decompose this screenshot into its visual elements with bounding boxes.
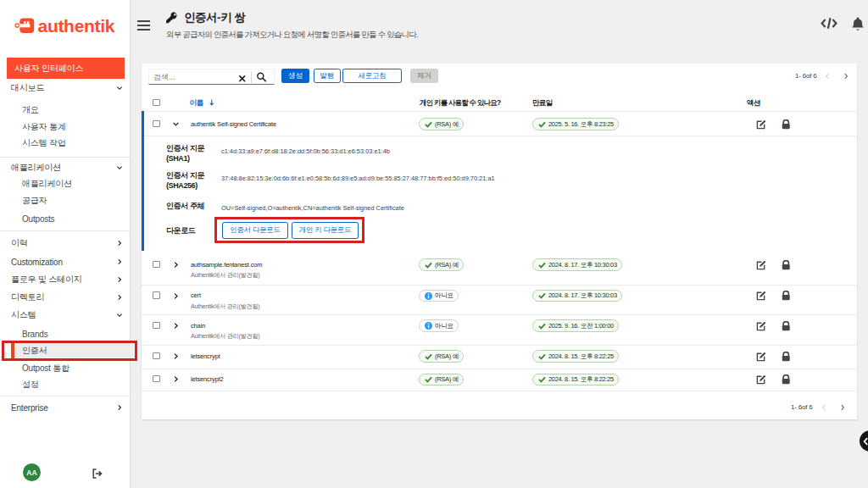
sidebar-item-outpost-integrations[interactable]: Outpost 통합: [0, 360, 131, 377]
row-checkbox[interactable]: [153, 322, 160, 330]
certificate-name: authentik Self-signed Certificate: [191, 120, 276, 128]
download-label: 다운로드: [166, 226, 195, 236]
edit-icon[interactable]: [756, 374, 766, 385]
row-separator: [142, 136, 857, 136]
drawer-toggle-button[interactable]: [860, 430, 868, 452]
expand-row-icon[interactable]: [172, 375, 180, 383]
sha1-label: 인증서 지문(SHA1): [166, 144, 204, 164]
lock-icon[interactable]: [782, 374, 791, 385]
sidebar-item-outposts[interactable]: Outposts: [0, 210, 131, 227]
select-all-checkbox[interactable]: [153, 99, 160, 107]
sha256-label: 인증서 지문(SHA256): [166, 171, 204, 191]
private-key-badge: (RSA) 예: [419, 118, 464, 130]
collapse-row-icon[interactable]: [172, 120, 180, 128]
sha1-value: c1:4d:33:a9:e7:6f:d8:18:2e:dd:5f:0b:56:3…: [221, 147, 390, 155]
sidebar-item-system-tasks[interactable]: 시스템 작업: [0, 135, 131, 152]
sidebar-item-user-statistics[interactable]: 사용자 통계: [0, 119, 131, 136]
certificate-name: authsample.fentanest.com: [191, 261, 262, 269]
logout-icon[interactable]: [92, 469, 103, 479]
certificate-name: letsencrypt: [191, 352, 220, 360]
notifications-bell-icon[interactable]: [851, 16, 865, 31]
delete-button[interactable]: 제거: [410, 69, 438, 83]
expand-row-icon[interactable]: [172, 322, 180, 330]
search-icon[interactable]: [256, 72, 267, 83]
private-key-badge: 아니요: [419, 290, 459, 302]
sidebar-toggle-button[interactable]: [137, 20, 150, 30]
edit-icon[interactable]: [756, 291, 766, 301]
chevron-down-icon: [116, 312, 123, 319]
sidebar-group-applications[interactable]: 애플리케이션: [0, 159, 131, 176]
lock-icon[interactable]: [782, 352, 791, 362]
avatar[interactable]: AA: [23, 463, 41, 481]
generate-button[interactable]: 발행: [314, 69, 341, 83]
sidebar-group-customization[interactable]: Customization: [0, 253, 131, 270]
sidebar-group-history[interactable]: 이력: [0, 235, 131, 252]
sidebar-item-brands[interactable]: Brands: [0, 325, 131, 342]
sidebar-item-settings[interactable]: 설정: [0, 376, 131, 393]
lock-icon[interactable]: [782, 119, 791, 130]
row-separator: [142, 285, 857, 286]
pagination-next-icon[interactable]: [839, 403, 846, 412]
sidebar-group-enterprise[interactable]: Enterprise: [0, 399, 131, 416]
sidebar-item-applications[interactable]: 애플리케이션: [0, 175, 131, 192]
expand-row-icon[interactable]: [172, 352, 180, 360]
sidebar-separator: [0, 230, 131, 231]
key-icon: [165, 11, 178, 25]
page-subtitle: 외부 공급자의 인증서를 가져오거나 요청에 서명할 인증서를 만들 수 있습니…: [166, 30, 418, 41]
edit-icon[interactable]: [756, 352, 766, 362]
edit-icon[interactable]: [756, 321, 766, 331]
row-checkbox[interactable]: [153, 120, 160, 128]
svg-text:authentik: authentik: [38, 16, 115, 36]
row-separator: [142, 369, 857, 369]
row-checkbox[interactable]: [153, 375, 160, 383]
certificates-card: 생성 발행 새로고침 제거 1- 6of 6 이름 개인 키를 사용할 수 있나…: [142, 64, 857, 419]
expand-row-icon[interactable]: [172, 261, 180, 269]
page-title: 인증서-키 쌍: [184, 10, 245, 25]
expiry-badge: 2024. 8. 17. 오후 10:30:03: [532, 258, 622, 271]
expiry-badge: 2025. 9. 16. 오전 1:00:00: [532, 319, 619, 332]
expand-row-icon[interactable]: [172, 292, 180, 300]
sidebar-group-directory[interactable]: 디렉토리: [0, 289, 131, 306]
refresh-button[interactable]: 새로고침: [342, 69, 402, 83]
lock-icon[interactable]: [782, 291, 791, 301]
sidebar-group-system[interactable]: 시스템: [0, 307, 131, 324]
row-separator: [142, 345, 857, 346]
certificate-name: chain: [191, 322, 205, 330]
sidebar-group-dashboard[interactable]: 대시보드: [0, 80, 131, 97]
pagination-top: 1- 6of 6: [795, 72, 817, 80]
managed-label: Authentik에서 관리(발견됨): [191, 332, 259, 341]
sidebar-item-overview[interactable]: 개요: [0, 102, 131, 119]
sidebar-group-flows-stages[interactable]: 플로우 및 스테이지: [0, 271, 131, 288]
clear-search-icon[interactable]: [239, 75, 246, 82]
sort-desc-icon[interactable]: [209, 99, 214, 106]
sidebar-separator: [0, 157, 131, 158]
sidebar-separator: [0, 396, 131, 396]
edit-icon[interactable]: [756, 119, 766, 130]
download-certificate-button[interactable]: 인증서 다운로드: [222, 222, 288, 239]
expiry-badge: 2025. 5. 16. 오후 8:23:25: [532, 118, 619, 130]
sidebar-item-certificates[interactable]: 인증서: [0, 341, 131, 360]
lock-icon[interactable]: [782, 260, 791, 270]
row-checkbox[interactable]: [153, 352, 160, 360]
column-header-name[interactable]: 이름: [190, 98, 203, 108]
user-interface-button[interactable]: 사용자 인터페이스: [7, 58, 125, 79]
row-checkbox[interactable]: [153, 291, 160, 299]
create-button[interactable]: 생성: [281, 69, 309, 83]
download-private-key-button[interactable]: 개인 키 다운로드: [292, 222, 359, 239]
pagination-prev-icon[interactable]: [824, 72, 831, 80]
sha256-value: 37:48:8e:82:15:3e:0d:6b:6f:e1:e0:58:5b:6…: [221, 175, 495, 182]
row-checkbox[interactable]: [153, 261, 160, 269]
row-separator: [142, 314, 857, 315]
managed-label: Authentik에서 관리(발견됨): [191, 302, 259, 311]
managed-label: Authentik에서 관리(발견됨): [191, 271, 259, 280]
pagination-prev-icon[interactable]: [821, 403, 827, 412]
subject-label: 인증서 주체: [166, 202, 204, 212]
certificate-name: cert: [191, 291, 201, 299]
sidebar-item-providers[interactable]: 공급자: [0, 192, 131, 209]
search-input[interactable]: [153, 73, 234, 81]
pagination-next-icon[interactable]: [843, 72, 849, 80]
lock-icon[interactable]: [782, 321, 791, 331]
edit-icon[interactable]: [756, 260, 766, 270]
sidebar: authentik 사용자 인터페이스 대시보드 개요 사용자 통계 시스템 작…: [0, 0, 131, 488]
api-code-icon[interactable]: [820, 17, 838, 30]
